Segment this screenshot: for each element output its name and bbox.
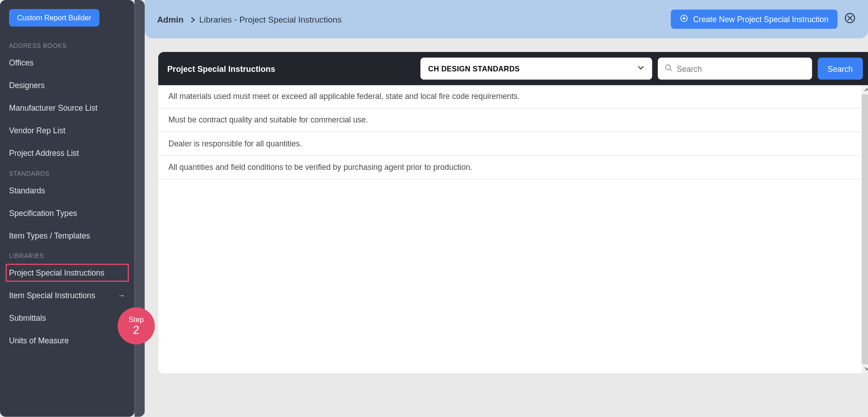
panel-header: Project Special Instructions CH DESIGN S… (158, 52, 868, 85)
instructions-panel: Project Special Instructions CH DESIGN S… (158, 52, 868, 373)
sidebar-item-label: Project Special Instructions (9, 268, 104, 277)
sidebar-item-project-special-instructions[interactable]: Project Special Instructions (4, 262, 132, 284)
table-row[interactable]: All materials used must meet or exceed a… (158, 85, 862, 108)
sidebar-item-item-special-instructions[interactable]: Item Special Instructions → (0, 284, 135, 307)
table-row[interactable]: Must be contract quality and suitable fo… (158, 108, 862, 132)
sidebar-item-label: Item Types / Templates (9, 231, 90, 240)
section-label-standards: STANDARDS (0, 164, 135, 179)
sidebar-item-specification-types[interactable]: Specification Types (0, 201, 135, 224)
sidebar-item-project-address-list[interactable]: Project Address List (0, 142, 135, 164)
step-number: 2 (133, 323, 139, 336)
standards-select[interactable]: CH DESIGN STANDARDS (420, 58, 652, 80)
search-icon (665, 64, 673, 74)
select-value: CH DESIGN STANDARDS (428, 65, 520, 73)
search-wrap (658, 58, 812, 80)
sidebar-item-manufacturer-source-list[interactable]: Manufacturer Source List (0, 97, 135, 119)
sidebar-item-label: Item Special Instructions (9, 291, 95, 300)
sidebar-item-label: Vendor Rep List (9, 126, 66, 135)
search-button[interactable]: Search (817, 58, 863, 80)
sidebar-scroll-edge (135, 0, 145, 417)
sidebar-item-label: Project Address List (9, 149, 79, 158)
sidebar-item-vendor-rep-list[interactable]: Vendor Rep List (0, 119, 135, 142)
sidebar-item-label: Standards (9, 186, 45, 195)
sidebar-item-label: Units of Measure (9, 336, 69, 345)
sidebar-item-label: Manufacturer Source List (9, 103, 98, 112)
sidebar-item-label: Offices (9, 58, 33, 67)
breadcrumb-admin[interactable]: Admin (157, 14, 184, 24)
section-label-address-books: ADDRESS BOOKS (0, 37, 135, 52)
arrow-right-icon: → (118, 291, 126, 300)
scroll-up-icon[interactable] (862, 85, 868, 94)
sidebar-item-submittals[interactable]: Submittals (0, 307, 135, 329)
breadcrumb-current: Libraries - Project Special Instructions (199, 14, 342, 24)
step-label: Step (129, 316, 144, 324)
sidebar-item-item-types-templates[interactable]: Item Types / Templates (0, 224, 135, 247)
close-icon[interactable] (844, 13, 856, 26)
sidebar-item-label: Specification Types (9, 208, 77, 217)
create-button-label: Create New Project Special Instruction (693, 15, 829, 24)
sidebar-item-label: Submittals (9, 314, 46, 323)
scrollbar-track[interactable] (862, 94, 868, 365)
sidebar-item-standards[interactable]: Standards (0, 179, 135, 201)
scrollbar[interactable] (862, 85, 868, 374)
custom-report-builder-button[interactable]: Custom Report Builder (9, 9, 99, 27)
panel-title: Project Special Instructions (167, 64, 415, 73)
table-row[interactable]: All quantities and field conditions to b… (158, 156, 862, 179)
table-row[interactable]: Dealer is responsible for all quantities… (158, 132, 862, 155)
rows-list: All materials used must meet or exceed a… (158, 85, 868, 179)
plus-circle-icon (680, 14, 689, 24)
create-new-instruction-button[interactable]: Create New Project Special Instruction (671, 9, 837, 29)
chevron-right-icon (190, 14, 196, 24)
chevron-down-icon (637, 65, 644, 73)
step-badge: Step 2 (118, 307, 155, 345)
sidebar-item-designers[interactable]: Designers (0, 74, 135, 97)
sidebar-item-label: Designers (9, 81, 45, 90)
search-input[interactable] (677, 64, 805, 73)
sidebar: Custom Report Builder ADDRESS BOOKS Offi… (0, 0, 135, 417)
scroll-down-icon[interactable] (862, 364, 868, 373)
sidebar-item-units-of-measure[interactable]: Units of Measure (0, 329, 135, 352)
sidebar-item-offices[interactable]: Offices (0, 52, 135, 74)
top-bar: Admin Libraries - Project Special Instru… (145, 0, 868, 38)
section-label-libraries: LIBRARIES (0, 247, 135, 262)
breadcrumb: Admin Libraries - Project Special Instru… (157, 14, 342, 24)
